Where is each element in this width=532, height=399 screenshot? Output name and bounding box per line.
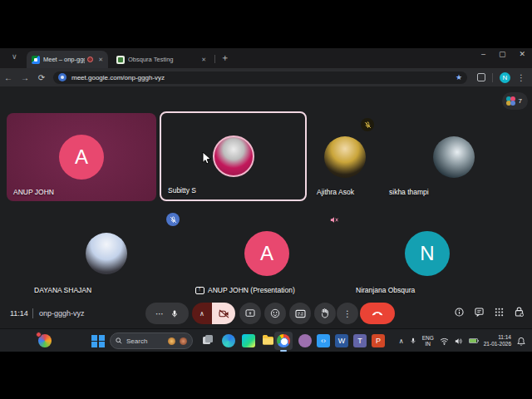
tray-mic-icon[interactable]: [410, 337, 416, 345]
task-view-button[interactable]: [202, 334, 215, 347]
participant-name: Ajithra Asok: [317, 188, 354, 196]
participant-name: DAYANA SHAJAN: [34, 286, 91, 294]
windows-taskbar: Search ‹› W T P ∧: [0, 328, 532, 352]
taskbar-search[interactable]: Search: [110, 332, 193, 349]
volume-icon[interactable]: [455, 337, 463, 345]
powerpoint-icon[interactable]: P: [372, 334, 385, 347]
chat-icon[interactable]: [475, 308, 484, 317]
search-placeholder: Search: [126, 337, 164, 345]
activities-grid-icon[interactable]: [495, 308, 504, 317]
phone-down-icon: [372, 311, 383, 316]
obsqura-favicon-icon: [116, 56, 125, 64]
screenshot-stage: ∨ Meet – onp-gggh-vyz ✕ Obsqura Testing …: [0, 0, 532, 399]
notifications-bell-icon[interactable]: [517, 337, 525, 346]
meet-favicon-icon: [32, 56, 40, 64]
meeting-code: onp-gggh-vyz: [39, 309, 85, 318]
smiley-icon: [270, 308, 280, 318]
meeting-clock: 11:14: [10, 309, 28, 318]
video-tile-subitty-s[interactable]: Subitty S: [160, 111, 307, 201]
tab-close-icon[interactable]: ✕: [201, 57, 206, 63]
mic-off-icon: [166, 213, 180, 226]
edge-icon[interactable]: [222, 334, 235, 347]
raise-hand-button[interactable]: [314, 303, 336, 324]
widgets-button[interactable]: [38, 334, 52, 347]
tab-search-chevron-icon[interactable]: ∨: [12, 52, 17, 61]
browser-menu-button[interactable]: ⋮: [517, 73, 525, 82]
end-call-button[interactable]: [360, 303, 395, 324]
present-screen-button[interactable]: [239, 303, 261, 324]
browser-toolbar: ← → ⟳ meet.google.com/onp-gggh-vyz ★ N ⋮: [0, 68, 532, 86]
participants-chip[interactable]: 7: [502, 92, 528, 110]
avatar-initial: A: [260, 242, 273, 265]
avatar-initial: N: [420, 242, 434, 265]
reactions-button[interactable]: [264, 303, 286, 324]
file-explorer-icon[interactable]: [262, 334, 275, 347]
more-options-button[interactable]: ⋮: [337, 303, 358, 324]
camera-off-button[interactable]: [212, 303, 235, 324]
profile-avatar[interactable]: N: [500, 72, 510, 83]
media-recording-indicator-icon: [87, 57, 93, 62]
captions-icon: [295, 309, 306, 318]
taskbar-clock[interactable]: 11:14 21-01-2026: [484, 334, 511, 347]
tab-meet[interactable]: Meet – onp-gggh-vyz ✕: [27, 51, 108, 68]
more-audio-options-icon[interactable]: ⋯: [155, 309, 164, 318]
camera-off-icon: [219, 309, 229, 318]
vscode-icon[interactable]: ‹›: [317, 334, 330, 347]
back-button[interactable]: ←: [0, 73, 17, 82]
chrome-icon-active[interactable]: [274, 332, 293, 350]
browser-tab-strip: ∨ Meet – onp-gggh-vyz ✕ Obsqura Testing …: [0, 48, 532, 68]
office-app-icon[interactable]: W: [335, 334, 348, 347]
site-info-icon[interactable]: [58, 73, 66, 81]
hand-icon: [321, 308, 329, 318]
bookmark-star-icon[interactable]: ★: [456, 73, 462, 81]
participants-count: 7: [519, 97, 522, 105]
avatar-photo: [213, 135, 254, 177]
pycharm-icon[interactable]: [242, 334, 255, 347]
meet-video-area: 7 A ANUP JOHN Subitty S Ajithra Asok: [0, 86, 532, 328]
mic-button-group[interactable]: ⋯: [145, 303, 189, 324]
video-tile-dayana-shajan[interactable]: DAYANA SHAJAN: [27, 208, 185, 299]
teams-icon[interactable]: T: [353, 334, 367, 347]
audio-muted-icon: [327, 213, 340, 226]
start-button[interactable]: [91, 334, 105, 347]
extensions-icon[interactable]: [477, 73, 485, 81]
search-icon: [116, 337, 122, 344]
tab-obsqura[interactable]: Obsqura Testing ✕: [111, 51, 211, 68]
video-tile-anup-john-presentation[interactable]: A ANUP JOHN (Presentation): [189, 208, 345, 299]
avatar-photo: [324, 136, 366, 178]
language-indicator[interactable]: ENG IN: [422, 335, 434, 347]
chevron-up-icon: ∧: [200, 310, 204, 318]
video-tile-anup-john[interactable]: A ANUP JOHN: [7, 113, 156, 201]
info-icon[interactable]: [455, 308, 464, 317]
avatar-letter: A: [59, 135, 104, 180]
video-tile-ajithra-asok[interactable]: Ajithra Asok: [310, 113, 379, 201]
url-text[interactable]: meet.google.com/onp-gggh-vyz: [71, 74, 456, 81]
camera-options-chevron[interactable]: ∧: [192, 303, 212, 324]
chrome-icon: [277, 334, 290, 347]
mic-on-icon: [170, 309, 179, 318]
purple-app-icon[interactable]: [298, 334, 312, 347]
wifi-icon[interactable]: [440, 337, 449, 345]
avatar-letter: N: [405, 231, 450, 276]
new-tab-button[interactable]: ＋: [220, 52, 229, 64]
search-highlight-icon: [168, 337, 175, 345]
tray-overflow-chevron[interactable]: ∧: [399, 337, 404, 345]
participant-name: ANUP JOHN: [13, 188, 54, 196]
video-tile-niranjana-obsqura[interactable]: N Niranjana Obsqura: [349, 208, 505, 299]
host-controls-lock-icon[interactable]: [515, 307, 524, 317]
window-minimize-button[interactable]: –: [481, 50, 485, 58]
reload-button[interactable]: ⟳: [33, 73, 50, 82]
meet-control-bar: 11:14 onp-gggh-vyz ⋯ ∧: [0, 300, 532, 327]
tab-title: Obsqura Testing: [128, 56, 199, 63]
address-bar[interactable]: meet.google.com/onp-gggh-vyz ★: [53, 71, 467, 84]
forward-button[interactable]: →: [17, 73, 33, 82]
captions-button[interactable]: [289, 303, 311, 324]
tab-close-icon[interactable]: ✕: [98, 57, 103, 63]
window-maximize-button[interactable]: ▢: [499, 50, 506, 58]
video-tile-sikha-thampi[interactable]: sikha thampi: [382, 113, 525, 201]
window-close-button[interactable]: ✕: [519, 50, 525, 58]
presentation-icon: [195, 287, 204, 294]
battery-icon[interactable]: [469, 338, 478, 343]
present-screen-icon: [245, 309, 255, 318]
search-highlight-icon: [180, 337, 187, 345]
